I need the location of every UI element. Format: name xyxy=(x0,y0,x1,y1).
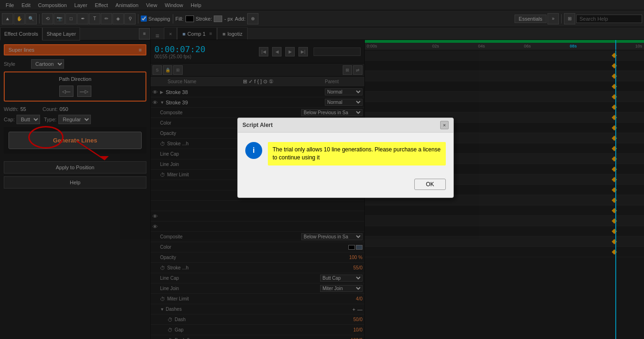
layer-row-visible1[interactable]: 👁 xyxy=(151,211,364,221)
layer-search-input[interactable] xyxy=(314,47,361,56)
workspace-icon[interactable]: ⊞ xyxy=(564,13,575,24)
next-frame-btn[interactable]: ▶| xyxy=(298,47,308,56)
help-button[interactable]: Help xyxy=(4,176,146,189)
layer-row-composite[interactable]: Composite Below Previous in Sa xyxy=(151,108,364,118)
eye-stroke38[interactable]: 👁 xyxy=(153,89,160,95)
line-cap2-dropdown[interactable]: Butt Cap xyxy=(320,275,362,282)
transfer-btn[interactable]: ⇌ xyxy=(353,65,362,75)
layer-row-stroke38[interactable]: 👁 ▶ Stroke 38 Normal xyxy=(151,87,364,97)
puppet-tool[interactable]: ⚲ xyxy=(124,13,136,24)
labels-btn[interactable]: ⊞ xyxy=(173,65,183,75)
miter-limit2-value[interactable]: 4/0 xyxy=(356,296,362,301)
script-alert-modal[interactable]: Script Alert × i The trial only allows 1… xyxy=(237,118,454,198)
comp-tab-2[interactable]: ■ logotiz xyxy=(217,27,247,39)
comp-tab-1[interactable]: ■ Comp 1 ≡ xyxy=(177,27,217,39)
menu-edit[interactable]: Edit xyxy=(18,1,34,9)
expand-stroke39[interactable]: ▼ xyxy=(160,100,166,105)
menu-composition[interactable]: Composition xyxy=(34,1,71,9)
layer-row-dash1[interactable]: ⏱ Dash 50/0 xyxy=(151,315,364,325)
tab-shape-layer[interactable]: Shape Layer xyxy=(42,27,80,40)
dashes-minus[interactable]: — xyxy=(357,307,362,312)
prop-name-line-cap2: Line Cap xyxy=(160,276,179,281)
type-dropdown[interactable]: Regular xyxy=(58,115,91,124)
color-swatch-2[interactable] xyxy=(348,245,355,250)
mode-stroke38[interactable]: Normal xyxy=(325,88,362,95)
gap1-value[interactable]: 10/0 xyxy=(354,327,362,332)
dash1-value[interactable]: 50/0 xyxy=(354,317,362,322)
essentials-button[interactable]: Essentials xyxy=(515,15,547,23)
zoom-tool[interactable]: 🔍 xyxy=(25,13,37,24)
layer-row-gap1[interactable]: ⏱ Gap 10/0 xyxy=(151,325,364,335)
dashes-add[interactable]: + xyxy=(353,307,355,312)
width-value[interactable]: 55 xyxy=(20,106,37,112)
eye-stroke39[interactable]: 👁 xyxy=(153,100,160,105)
hand-tool[interactable]: ✋ xyxy=(14,13,25,24)
layer-row-opacity2[interactable]: Opacity 100 % xyxy=(151,252,364,263)
layer-row-composite2[interactable]: Composite Below Previous in Sa xyxy=(151,232,364,242)
menu-help[interactable]: Help xyxy=(187,1,205,9)
menu-layer[interactable]: Layer xyxy=(71,1,91,9)
layer-row-dashes[interactable]: ▼ Dashes + — xyxy=(151,304,364,315)
stroke-width-value: - px xyxy=(224,16,233,22)
generate-lines-button[interactable]: Generate Lines xyxy=(4,127,146,154)
eye-visible2[interactable]: 👁 xyxy=(153,224,160,229)
brush-tool[interactable]: ✏ xyxy=(101,13,112,24)
tab-effect-controls[interactable]: Effect Controls xyxy=(0,27,42,40)
add-button[interactable]: ⊕ xyxy=(247,13,258,24)
panel-menu-btn[interactable]: ≡ xyxy=(139,28,150,39)
go-start-btn[interactable]: |◀ xyxy=(259,47,268,56)
fill-swatch[interactable] xyxy=(185,16,194,22)
modal-ok-button[interactable]: OK xyxy=(414,179,446,190)
menu-view[interactable]: View xyxy=(142,1,161,9)
menu-animation[interactable]: Animation xyxy=(112,1,142,9)
menu-effect[interactable]: Effect xyxy=(91,1,112,9)
super-lines-menu-icon[interactable]: ≡ xyxy=(139,47,142,53)
play-btn[interactable]: ▶ xyxy=(285,47,295,56)
stroke-h2-value[interactable]: 55/0 xyxy=(354,265,362,270)
layer-row-line-join2[interactable]: Line Join Miter Join xyxy=(151,284,364,294)
layer-row-dash2[interactable]: ⏱ Dash 2 100/0 xyxy=(151,335,364,339)
layer-row-line-cap2[interactable]: Line Cap Butt Cap xyxy=(151,273,364,284)
count-value[interactable]: 050 xyxy=(60,106,76,112)
stroke-swatch[interactable] xyxy=(214,16,222,22)
style-dropdown[interactable]: Cartoon xyxy=(31,59,64,69)
expand-dashes[interactable]: ▼ xyxy=(160,307,166,312)
dir-btn-left[interactable]: ◁— xyxy=(59,86,73,97)
expand-stroke38[interactable]: ▶ xyxy=(160,90,166,95)
workspace-extend[interactable]: » xyxy=(547,13,559,24)
switches-btn[interactable]: ⊠ xyxy=(343,65,352,75)
mode-stroke39[interactable]: Normal xyxy=(325,99,362,106)
dir-btn-right[interactable]: —▷ xyxy=(77,86,91,97)
line-join2-dropdown[interactable]: Miter Join xyxy=(320,285,362,292)
solo-btn[interactable]: S xyxy=(153,65,162,75)
select-tool[interactable]: ▲ xyxy=(2,13,13,24)
modal-close-button[interactable]: × xyxy=(440,121,449,129)
text-tool[interactable]: T xyxy=(89,13,100,24)
composite-dropdown[interactable]: Below Previous in Sa xyxy=(301,109,362,116)
pen-tool[interactable]: ✒ xyxy=(77,13,89,24)
eraser-tool[interactable]: ◈ xyxy=(113,13,124,24)
apply-position-button[interactable]: Apply to Position xyxy=(4,161,146,173)
layer-row-stroke39[interactable]: 👁 ▼ Stroke 39 Normal xyxy=(151,97,364,108)
comp-menu-icon[interactable]: ≡ xyxy=(151,32,164,39)
composite2-dropdown[interactable]: Below Previous in Sa xyxy=(301,233,362,240)
rotate-tool[interactable]: ⟲ xyxy=(42,13,53,24)
search-input[interactable] xyxy=(576,15,642,23)
snapping-checkbox[interactable] xyxy=(141,16,147,22)
layer-row-miter-limit2[interactable]: ⏱ Miter Limit 4/0 xyxy=(151,294,364,304)
layer-row-color2[interactable]: Color xyxy=(151,242,364,252)
menu-window[interactable]: Window xyxy=(161,1,187,9)
color-link-2[interactable] xyxy=(356,245,362,250)
opacity2-value[interactable]: 100 % xyxy=(349,255,362,260)
comp-tab-1-close[interactable]: ≡ xyxy=(209,31,212,36)
layer-row-visible2[interactable]: 👁 xyxy=(151,221,364,232)
menu-file[interactable]: File xyxy=(2,1,18,9)
cam-tool[interactable]: 📷 xyxy=(54,13,65,24)
rect-tool[interactable]: □ xyxy=(65,13,77,24)
layer-row-stroke-h2[interactable]: ⏱ Stroke ...h 55/0 xyxy=(151,263,364,273)
eye-visible1[interactable]: 👁 xyxy=(153,213,160,219)
lock-btn[interactable]: 🔒 xyxy=(163,65,172,75)
prev-frame-btn[interactable]: ◀ xyxy=(272,47,282,56)
time-display[interactable]: 0:00:07:20 00155 (25.00 fps) xyxy=(154,44,205,59)
cap-dropdown[interactable]: Butt xyxy=(16,115,40,124)
